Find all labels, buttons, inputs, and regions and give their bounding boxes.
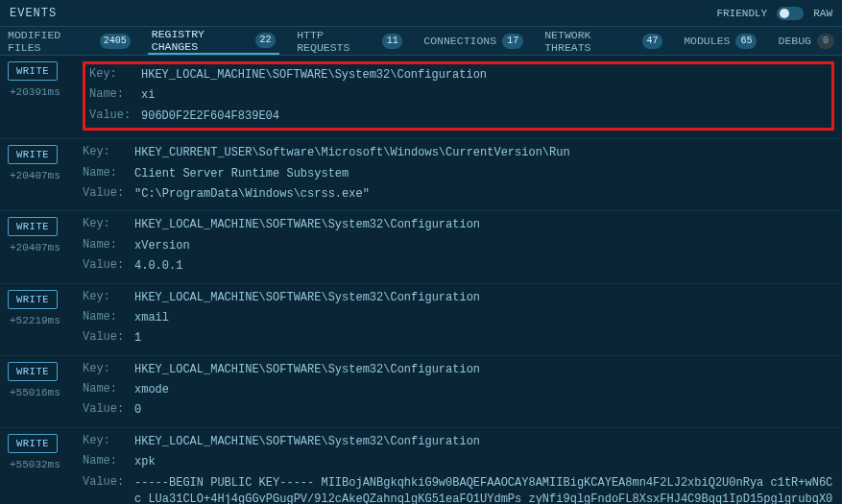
key-label: Key: [89,67,137,84]
row-details: Key:HKEY_LOCAL_MACHINE\SOFTWARE\System32… [83,61,834,131]
row-details: Key:HKEY_CURRENT_USER\Software\Microsoft… [83,145,834,203]
tab-http-requests[interactable]: HTTP REQUESTS11 [293,27,406,55]
view-raw-label[interactable]: RAW [813,8,832,19]
tab-label: REGISTRY CHANGES [152,28,250,53]
panel-header: EVENTS FRIENDLY RAW [0,0,842,27]
name-label: Name: [89,87,137,104]
tab-network-threats[interactable]: NETWORK THREATS47 [541,27,666,55]
value-label: Value: [83,186,131,203]
tab-label: NETWORK THREATS [544,29,637,54]
registry-value-value: -----BEGIN PUBLIC KEY----- MIIBojANBgkqh… [134,475,834,504]
registry-value-value: "C:\ProgramData\Windows\csrss.exe" [134,186,834,203]
key-label: Key: [83,434,131,450]
timestamp: +20391ms [8,86,60,98]
tab-label: DEBUG [778,35,811,47]
registry-event-row: WRITE+20391msKey:HKEY_LOCAL_MACHINE\SOFT… [0,56,842,139]
registry-value-value: 0 [134,402,834,419]
registry-value-value: 4.0.0.1 [134,258,834,275]
registry-key-value: HKEY_LOCAL_MACHINE\SOFTWARE\System32\Con… [134,290,834,306]
registry-event-row: WRITE+55016msKey:HKEY_LOCAL_MACHINE\SOFT… [0,356,842,428]
operation-badge[interactable]: WRITE [8,217,58,236]
view-toggle[interactable] [777,7,804,20]
timestamp: +20407ms [8,242,60,253]
event-list[interactable]: WRITE+20391msKey:HKEY_LOCAL_MACHINE\SOFT… [0,56,842,504]
registry-event-row: WRITE+20407msKey:HKEY_LOCAL_MACHINE\SOFT… [0,211,842,283]
name-label: Name: [83,238,131,254]
tab-label: MODIFIED FILES [8,29,94,54]
view-friendly-label[interactable]: FRIENDLY [716,8,767,19]
name-label: Name: [83,310,131,326]
tab-count-badge: 47 [642,34,662,49]
registry-event-row: WRITE+52219msKey:HKEY_LOCAL_MACHINE\SOFT… [0,284,842,356]
tab-modules[interactable]: MODULES65 [680,27,760,55]
registry-name-value: xi [141,87,828,104]
registry-name-value: Client Server Runtime Subsystem [134,166,834,182]
operation-badge[interactable]: WRITE [8,290,58,309]
registry-key-value: HKEY_LOCAL_MACHINE\SOFTWARE\System32\Con… [134,217,834,233]
row-meta: WRITE+20391ms [8,61,77,131]
tab-label: CONNECTIONS [423,35,496,47]
row-meta: WRITE+20407ms [8,145,77,203]
registry-key-value: HKEY_LOCAL_MACHINE\SOFTWARE\System32\Con… [134,434,834,450]
value-label: Value: [83,258,131,275]
registry-event-row: WRITE+20407msKey:HKEY_CURRENT_USER\Softw… [0,139,842,211]
name-label: Name: [83,454,131,470]
key-label: Key: [83,217,131,233]
registry-event-row: WRITE+55032msKey:HKEY_LOCAL_MACHINE\SOFT… [0,428,842,504]
name-label: Name: [83,166,131,182]
panel-title: EVENTS [10,7,57,20]
row-meta: WRITE+55016ms [8,362,77,420]
value-label: Value: [83,330,131,347]
timestamp: +55032ms [8,459,60,470]
tab-count-badge: 2405 [100,34,131,49]
registry-value-value: 906D0F2E2F604F839E04 [141,108,828,125]
row-details: Key:HKEY_LOCAL_MACHINE\SOFTWARE\System32… [83,290,834,348]
tab-connections[interactable]: CONNECTIONS17 [420,27,527,55]
row-meta: WRITE+55032ms [8,434,77,504]
tab-registry-changes[interactable]: REGISTRY CHANGES22 [148,27,279,55]
name-label: Name: [83,382,131,398]
tab-modified-files[interactable]: MODIFIED FILES2405 [4,27,134,55]
timestamp: +20407ms [8,170,60,181]
tab-debug[interactable]: DEBUG0 [774,27,838,55]
tab-count-badge: 17 [502,34,523,49]
registry-name-value: xVersion [134,238,834,254]
timestamp: +52219ms [8,315,60,326]
registry-value-value: 1 [134,330,834,347]
value-label: Value: [83,475,131,504]
key-label: Key: [83,145,131,161]
row-meta: WRITE+52219ms [8,290,77,348]
tab-bar: MODIFIED FILES2405REGISTRY CHANGES22HTTP… [0,27,842,56]
tab-count-badge: 65 [735,34,757,49]
tab-count-badge: 22 [255,33,276,48]
value-label: Value: [89,108,137,125]
timestamp: +55016ms [8,387,60,398]
operation-badge[interactable]: WRITE [8,362,58,381]
tab-label: HTTP REQUESTS [297,29,376,54]
row-details: Key:HKEY_LOCAL_MACHINE\SOFTWARE\System32… [83,362,834,420]
row-details: Key:HKEY_LOCAL_MACHINE\SOFTWARE\System32… [83,217,834,275]
tab-count-badge: 0 [817,34,834,49]
registry-name-value: xmode [134,382,834,398]
row-details: Key:HKEY_LOCAL_MACHINE\SOFTWARE\System32… [83,434,834,504]
value-label: Value: [83,402,131,419]
toggle-knob [780,9,789,18]
registry-name-value: xpk [134,454,834,470]
registry-key-value: HKEY_LOCAL_MACHINE\SOFTWARE\System32\Con… [141,67,828,84]
registry-key-value: HKEY_LOCAL_MACHINE\SOFTWARE\System32\Con… [134,362,834,378]
view-toggle-group: FRIENDLY RAW [716,7,832,20]
registry-key-value: HKEY_CURRENT_USER\Software\Microsoft\Win… [134,145,834,161]
registry-name-value: xmail [134,310,834,326]
operation-badge[interactable]: WRITE [8,145,58,164]
operation-badge[interactable]: WRITE [8,434,58,453]
tab-label: MODULES [684,35,730,47]
key-label: Key: [83,362,131,378]
row-meta: WRITE+20407ms [8,217,77,275]
key-label: Key: [83,290,131,306]
operation-badge[interactable]: WRITE [8,61,58,81]
tab-count-badge: 11 [382,34,402,49]
